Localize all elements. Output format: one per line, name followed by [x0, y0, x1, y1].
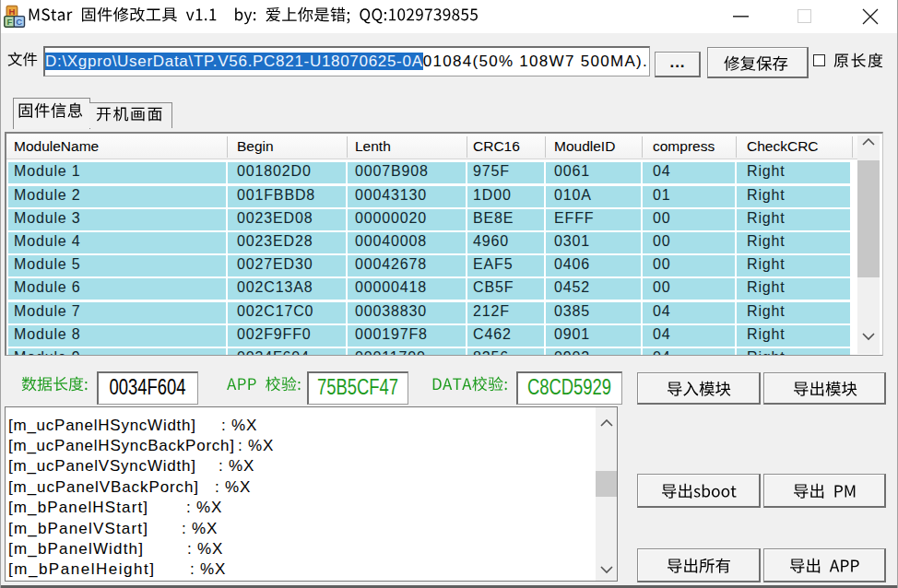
svg-text:C: C: [16, 17, 22, 27]
svg-text:F: F: [6, 17, 12, 27]
svg-text:H: H: [8, 6, 15, 17]
